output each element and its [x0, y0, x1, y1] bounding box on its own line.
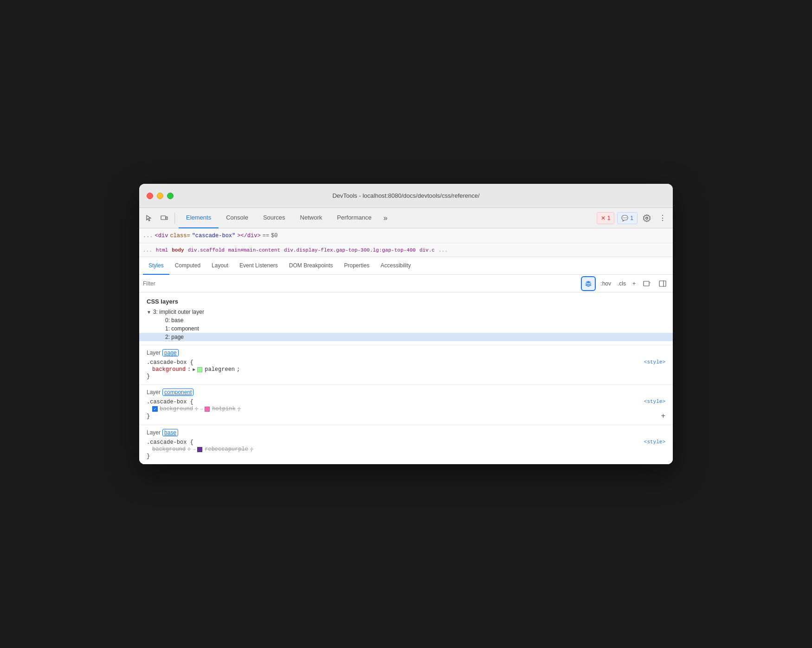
- layer-component-label: Layer component: [147, 389, 665, 396]
- tab-elements[interactable]: Elements: [179, 208, 219, 228]
- dom-path-div: <div: [155, 233, 168, 239]
- tab-console[interactable]: Console: [219, 208, 256, 228]
- breadcrumb-ellipsis[interactable]: ...: [143, 247, 152, 253]
- css-prop-value-palegreen: palegreen: [205, 366, 235, 373]
- hov-button[interactable]: :hov: [599, 279, 613, 288]
- error-icon: ✕: [601, 215, 606, 221]
- maximize-button[interactable]: [167, 193, 174, 199]
- add-style-button[interactable]: +: [631, 279, 638, 288]
- toggle-sidebar-button[interactable]: [656, 277, 669, 290]
- breadcrumb-div-flex[interactable]: div.display-flex.gap-top-300.lg:gap-top-…: [284, 247, 416, 253]
- css-layer-tree: ▼ 3: implicit outer layer 0: base 1: com…: [139, 308, 673, 345]
- add-property-button[interactable]: +: [661, 413, 665, 420]
- css-prop-name-hotpink: background: [160, 406, 193, 412]
- css-rule-component: Layer component .cascade-box { <style> b…: [139, 384, 673, 425]
- cls-button[interactable]: .cls: [616, 279, 628, 288]
- dom-path-class-value: "cascade-box": [192, 233, 236, 239]
- filter-input[interactable]: [143, 280, 578, 287]
- css-source-page[interactable]: <style>: [644, 359, 665, 365]
- layer-page-link[interactable]: page: [162, 349, 179, 356]
- css-property-base-bg: background : → rebeccapurple ;: [152, 446, 665, 453]
- settings-button[interactable]: [640, 212, 653, 225]
- css-body-page: background : ▶ palegreen ;: [147, 366, 665, 373]
- css-prop-name-rebeccapurple: background: [152, 446, 186, 453]
- override-checkbox[interactable]: [152, 406, 158, 412]
- sub-tab-computed[interactable]: Computed: [169, 257, 206, 275]
- layer-parent-item[interactable]: ▼ 3: implicit outer layer: [147, 308, 665, 316]
- tab-network[interactable]: Network: [293, 208, 330, 228]
- minimize-button[interactable]: [157, 193, 163, 199]
- layer-base-label: Layer base: [147, 429, 665, 436]
- breadcrumb-html[interactable]: html: [156, 247, 168, 253]
- devtools-panel: Elements Console Sources Network Perform…: [139, 208, 673, 464]
- sub-tab-dom-breakpoints[interactable]: DOM Breakpoints: [284, 257, 339, 275]
- css-source-component[interactable]: <style>: [644, 399, 665, 404]
- breadcrumb-scaffold[interactable]: div.scaffold: [188, 247, 225, 253]
- dom-path-close: ></div>: [237, 233, 260, 239]
- color-swatch-palegreen[interactable]: [197, 367, 202, 372]
- css-close-brace-base: }: [147, 453, 150, 460]
- chevron-down-icon: ▼: [147, 310, 151, 315]
- layer-child-base[interactable]: 0: base: [147, 316, 665, 324]
- css-prop-value-hotpink: hotpink: [212, 406, 235, 412]
- layer-component-link[interactable]: component: [162, 389, 193, 396]
- chat-icon: 💬: [621, 215, 628, 221]
- css-prop-value-rebeccapurple: rebeccapurple: [205, 446, 248, 453]
- svg-rect-1: [166, 217, 168, 220]
- more-tabs-button[interactable]: »: [379, 212, 392, 225]
- css-source-base[interactable]: <style>: [644, 439, 665, 445]
- sub-tab-accessibility[interactable]: Accessibility: [375, 257, 416, 275]
- new-rule-icon: [643, 280, 651, 287]
- css-selector-page: .cascade-box {: [147, 359, 193, 366]
- sub-tab-properties[interactable]: Properties: [339, 257, 375, 275]
- close-button[interactable]: [147, 193, 153, 199]
- css-layers-header: CSS layers: [139, 292, 673, 308]
- breadcrumb-body[interactable]: body: [172, 247, 184, 253]
- svg-rect-0: [161, 216, 166, 220]
- css-prop-name-bg: background: [152, 366, 186, 373]
- layer-child-page[interactable]: 2: page: [139, 333, 673, 341]
- sub-tab-event-listeners[interactable]: Event Listeners: [234, 257, 284, 275]
- layer-base-link[interactable]: base: [162, 429, 178, 436]
- css-rule-component-block: .cascade-box { <style> background : → ho…: [147, 398, 665, 421]
- info-badge[interactable]: 💬 1: [617, 212, 638, 224]
- cursor-icon: [146, 214, 153, 222]
- css-selector-component: .cascade-box {: [147, 399, 193, 405]
- sub-tab-styles[interactable]: Styles: [143, 257, 169, 275]
- svg-rect-4: [659, 281, 666, 286]
- layers-icon: [585, 280, 592, 287]
- new-style-rule-button[interactable]: [640, 277, 653, 290]
- layer-child-component[interactable]: 1: component: [147, 324, 665, 333]
- dom-path-class-attr: class=: [170, 233, 190, 239]
- svg-rect-2: [644, 281, 649, 286]
- error-badge[interactable]: ✕ 1: [597, 212, 615, 224]
- breadcrumb-bar: ... html body div.scaffold main#main-con…: [139, 243, 673, 257]
- css-rule-base-block: .cascade-box { <style> background : → re…: [147, 438, 665, 460]
- css-rule-page: Layer page .cascade-box { <style> backgr…: [139, 345, 673, 384]
- more-options-button[interactable]: ⋮: [656, 212, 669, 225]
- css-rule-base: Layer base .cascade-box { <style> backgr…: [139, 425, 673, 464]
- color-swatch-rebeccapurple[interactable]: [197, 447, 202, 452]
- color-swatch-hotpink[interactable]: [205, 407, 210, 412]
- sub-tab-layout[interactable]: Layout: [206, 257, 234, 275]
- device-toolbar-button[interactable]: [158, 212, 171, 225]
- top-toolbar: Elements Console Sources Network Perform…: [139, 208, 673, 228]
- tab-performance[interactable]: Performance: [329, 208, 379, 228]
- select-element-button[interactable]: [143, 212, 156, 225]
- titlebar: DevTools - localhost:8080/docs/devtools/…: [139, 184, 673, 208]
- breadcrumb-main[interactable]: main#main-content: [228, 247, 280, 253]
- device-icon: [161, 214, 168, 222]
- styles-content: CSS layers ▼ 3: implicit outer layer 0: …: [139, 292, 673, 464]
- css-close-brace-page: }: [147, 373, 150, 380]
- css-rule-page-block: .cascade-box { <style> background : ▶ pa…: [147, 358, 665, 381]
- cascade-layers-button[interactable]: [581, 276, 596, 291]
- css-property-page-bg: background : ▶ palegreen ;: [152, 366, 665, 373]
- window-title: DevTools - localhost:8080/docs/devtools/…: [332, 192, 479, 199]
- css-body-base: background : → rebeccapurple ;: [147, 446, 665, 453]
- tab-sources[interactable]: Sources: [256, 208, 293, 228]
- breadcrumb-div-c[interactable]: div.c: [419, 247, 435, 253]
- css-property-component-bg: background : → hotpink ;: [152, 405, 665, 413]
- gear-icon: [643, 214, 651, 222]
- main-tab-list: Elements Console Sources Network Perform…: [179, 208, 595, 228]
- layer-page-label: Layer page: [147, 349, 665, 356]
